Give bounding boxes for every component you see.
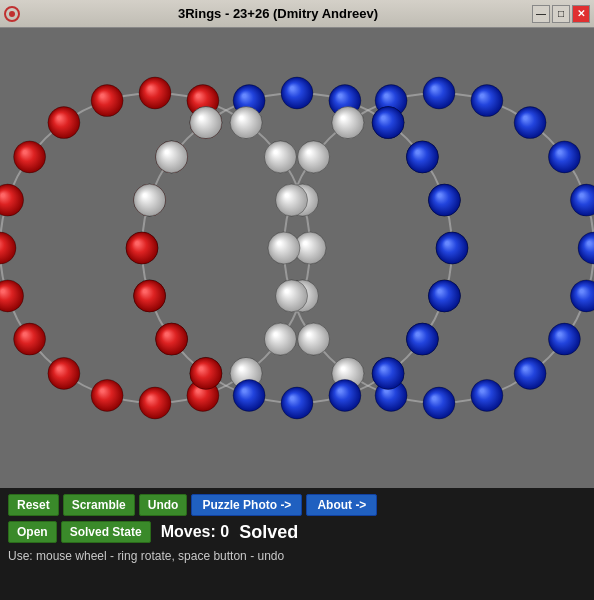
- moves-display: Moves: 0: [161, 523, 229, 541]
- maximize-button[interactable]: □: [552, 5, 570, 23]
- solved-status: Solved: [239, 522, 298, 543]
- solved-state-button[interactable]: Solved State: [61, 521, 151, 543]
- open-button[interactable]: Open: [8, 521, 57, 543]
- hint-text: Use: mouse wheel - ring rotate, space bu…: [8, 549, 586, 563]
- svg-point-1: [9, 11, 15, 17]
- window-title: 3Rings - 23+26 (Dmitry Andreev): [24, 6, 532, 21]
- about-button[interactable]: About ->: [306, 494, 377, 516]
- puzzle-canvas[interactable]: [0, 28, 594, 488]
- button-row-1: Reset Scramble Undo Puzzle Photo -> Abou…: [8, 494, 586, 516]
- app-icon: [4, 6, 20, 22]
- button-row-2: Open Solved State Moves: 0 Solved: [8, 521, 586, 543]
- title-bar: 3Rings - 23+26 (Dmitry Andreev) — □ ✕: [0, 0, 594, 28]
- window-controls: — □ ✕: [532, 5, 590, 23]
- undo-button[interactable]: Undo: [139, 494, 188, 516]
- scramble-button[interactable]: Scramble: [63, 494, 135, 516]
- bottom-panel: Reset Scramble Undo Puzzle Photo -> Abou…: [0, 488, 594, 600]
- puzzle-area[interactable]: [0, 28, 594, 488]
- reset-button[interactable]: Reset: [8, 494, 59, 516]
- minimize-button[interactable]: —: [532, 5, 550, 23]
- close-button[interactable]: ✕: [572, 5, 590, 23]
- puzzle-photo-button[interactable]: Puzzle Photo ->: [191, 494, 302, 516]
